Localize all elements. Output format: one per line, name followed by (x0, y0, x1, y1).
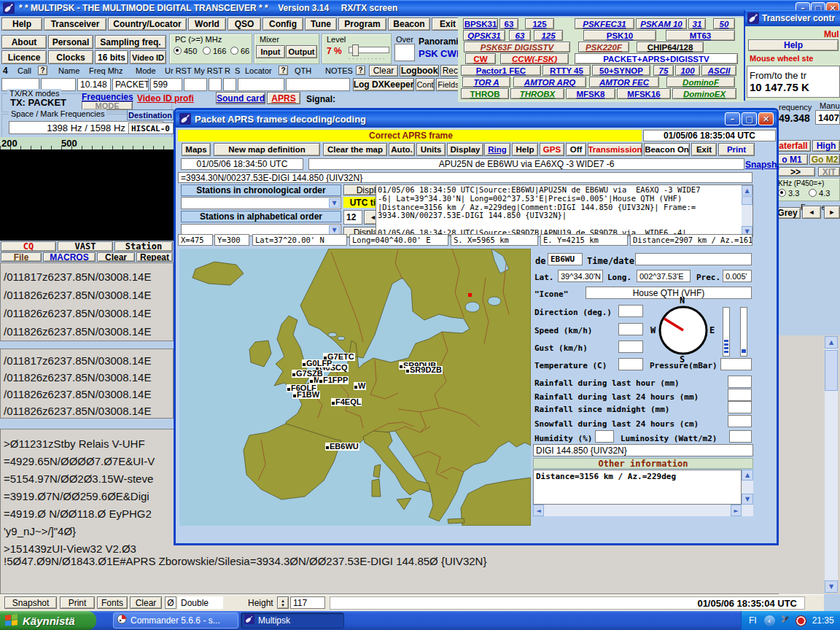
transceiver-titlebar[interactable]: Transceiver contr (745, 10, 840, 26)
repeat-button[interactable]: Repeat (136, 252, 173, 262)
fonts-button[interactable]: Fonts (97, 596, 128, 609)
waterfall-display[interactable] (0, 149, 174, 241)
pc-450-radio[interactable]: 450 (174, 47, 197, 55)
mode-31[interactable]: 31 (688, 18, 706, 29)
khz-43-radio[interactable]: 4.3 (809, 189, 830, 198)
pc-66-radio[interactable]: 66 (230, 47, 249, 55)
rain1-value[interactable] (728, 376, 752, 388)
mode-psk10[interactable]: PSK10 (583, 30, 656, 41)
tray-clock[interactable]: 21:35 (812, 615, 834, 626)
mode-75[interactable]: 75 (653, 65, 674, 76)
dialog-help-button[interactable]: Help (512, 143, 538, 156)
call-help-button[interactable]: ? (38, 66, 47, 75)
clear-log-button[interactable]: Clear (369, 65, 398, 77)
mode-bpsk31[interactable]: BPSK31 (463, 18, 498, 29)
vast-button[interactable]: VAST (58, 241, 113, 252)
notes-help-button[interactable]: ? (356, 66, 365, 75)
r-input[interactable] (209, 78, 222, 91)
direction-value[interactable] (618, 305, 643, 317)
mode-mfsk16[interactable]: MFSK16 (617, 88, 671, 99)
mode-amtor-arq[interactable]: AMTOR ARQ (513, 77, 586, 88)
pc-166-radio[interactable]: 166 (203, 47, 226, 55)
waterfall-button[interactable]: aterfall (776, 140, 811, 152)
pressure-value[interactable] (720, 358, 752, 370)
about-button[interactable]: About (1, 35, 47, 49)
other-scroll-left-icon[interactable]: ◄ (533, 505, 544, 516)
menu-program[interactable]: Program (338, 18, 386, 31)
height-value[interactable]: 117 (290, 596, 325, 609)
mode-125[interactable]: 125 (525, 18, 554, 29)
forward-button[interactable]: >> (776, 167, 815, 176)
mode-63[interactable]: 63 (509, 30, 531, 41)
snapshot-link[interactable]: Snapsh. (745, 160, 779, 170)
panoramic-cw[interactable]: CW (440, 48, 456, 59)
station-sr9dzb[interactable]: SR9DZB (405, 366, 443, 374)
mode-50[interactable]: 50 (713, 18, 735, 29)
double-toggle[interactable]: Double (178, 596, 223, 609)
panoramic-psk[interactable]: PSK (419, 48, 438, 59)
snow-value[interactable] (728, 415, 752, 427)
dialog-exit-button[interactable]: Exit (691, 143, 717, 156)
dialog-beacon-on-button[interactable]: Beacon On (644, 143, 690, 156)
aprs-button[interactable]: APRS (267, 92, 300, 104)
station-button[interactable]: Station (114, 241, 173, 252)
mode-rtty-45[interactable]: RTTY 45 (542, 65, 591, 76)
transceiver-help-button[interactable]: Help (748, 39, 839, 51)
manual-value[interactable]: 1407 (815, 110, 840, 125)
wind-slider-1[interactable] (723, 307, 730, 357)
tray-chevron-icon[interactable]: ‹ (764, 615, 775, 626)
scroll-up-icon[interactable]: ▲ (825, 336, 838, 349)
mixer-output-button[interactable]: Output (286, 45, 317, 58)
mode-pactor1-fec[interactable]: Pactor1 FEC (461, 65, 541, 76)
humidity-value[interactable] (595, 430, 614, 443)
mode-dominof[interactable]: DominoF (666, 77, 735, 88)
go-m2-button[interactable]: Go M2 (809, 154, 840, 165)
station-w[interactable]: W (354, 382, 366, 390)
gust-value[interactable] (618, 341, 643, 353)
mode-tor-a[interactable]: TOR A (462, 77, 510, 88)
mode-qpsk31[interactable]: QPSK31 (463, 30, 505, 41)
mode-amtor-fec[interactable]: AMTOR FEC (589, 77, 659, 88)
mode-ccw-fsk[interactable]: CCW(-FSK) (500, 53, 569, 64)
decode-scrollbar[interactable]: ▲ ▼ (742, 185, 752, 236)
tray-record-icon[interactable] (796, 615, 806, 626)
scroll-thumb[interactable] (825, 350, 838, 391)
clear-bottom-button[interactable]: Clear (130, 596, 162, 609)
dialog-maps-button[interactable]: Maps (182, 143, 211, 156)
decode-scroll-up-icon[interactable]: ▲ (742, 185, 752, 195)
my-rst-input[interactable] (184, 78, 207, 91)
qth-input[interactable] (286, 78, 350, 91)
dialog-new-map-definition-button[interactable]: New map definition (214, 143, 320, 156)
mode-psk63f-digisstv[interactable]: PSK63F DIGISSTV (464, 42, 570, 52)
scroll-down-icon[interactable]: ▼ (825, 580, 838, 593)
mode-cw[interactable]: CW (465, 53, 496, 64)
mode-50-synop[interactable]: 50+SYNOP (592, 65, 650, 76)
video-id-link[interactable]: Video ID profi (137, 93, 194, 104)
locator-help-button[interactable]: ? (279, 66, 288, 75)
dialog-titlebar[interactable]: Packet APRS frames decoding/coding – ▢ ✕ (176, 110, 777, 128)
freq-right-icon[interactable]: ► (824, 206, 840, 219)
file-button[interactable]: File (1, 252, 42, 262)
prec-value[interactable]: 0.005' (723, 270, 752, 282)
mode-chip64-128[interactable]: CHIP64/128 (637, 42, 704, 52)
dialog-maximize-icon[interactable]: ▢ (742, 112, 757, 125)
freq-left-icon[interactable]: ◄ (802, 206, 821, 219)
ur-rst-input[interactable]: 599 (150, 78, 182, 91)
bits16-button[interactable]: 16 bits (95, 50, 128, 64)
wind-slider-2[interactable] (740, 307, 747, 357)
other-hscroll[interactable]: ◄ ► (533, 505, 742, 516)
station-eb6wu[interactable]: EB6WU (325, 443, 359, 451)
station-f4eql[interactable]: F4EQL (331, 398, 362, 406)
mode-throbx[interactable]: THROBX (510, 88, 564, 99)
chrono-combo[interactable]: ▼ (181, 197, 341, 209)
go-m1-button[interactable]: o M1 (776, 154, 808, 165)
mode-input[interactable]: PACKET (112, 78, 149, 91)
task-commander[interactable]: Commander 5.6.6 - s... (113, 612, 238, 629)
height-spinner[interactable]: ▲ ▼ (277, 596, 289, 609)
video-id-button[interactable]: Video ID (130, 50, 166, 64)
hour-value[interactable]: 12 (343, 210, 362, 225)
menu-transceiver[interactable]: Transceiver (44, 18, 106, 31)
high-button[interactable]: High (812, 140, 840, 152)
rainmid-value[interactable] (728, 401, 752, 413)
menu-config[interactable]: Config (262, 18, 303, 31)
